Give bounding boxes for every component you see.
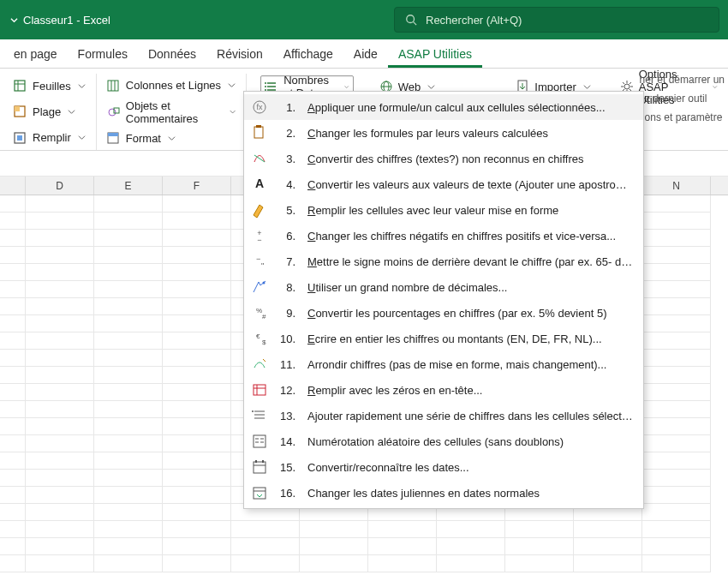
- cell[interactable]: [26, 195, 94, 213]
- menu-item-6[interactable]: +−6.Changer les chiffres négatifs en chi…: [244, 223, 643, 249]
- menu-item-16[interactable]: 16.Changer les dates juliennes en dates …: [244, 480, 643, 506]
- cell[interactable]: [94, 418, 163, 435]
- cell[interactable]: [163, 487, 231, 504]
- cell[interactable]: [642, 350, 711, 367]
- cell[interactable]: [0, 384, 26, 401]
- menu-item-11[interactable]: 11.Arrondir chiffres (pas de mise en for…: [244, 351, 643, 377]
- cell[interactable]: [0, 213, 26, 230]
- cell[interactable]: [26, 315, 94, 332]
- menu-item-4[interactable]: A4.Convertir les valeurs aux valeurs de …: [244, 171, 643, 197]
- cell[interactable]: [26, 298, 94, 315]
- menu-item-15[interactable]: 15.Convertir/reconnaître les dates...: [244, 454, 643, 480]
- cell[interactable]: [163, 401, 231, 418]
- menu-item-7[interactable]: −"7.Mettre le signe moins de derrière de…: [244, 249, 643, 274]
- search-input[interactable]: Rechercher (Alt+Q): [394, 7, 719, 33]
- cell[interactable]: [642, 418, 711, 435]
- menu-item-1[interactable]: fx1.Appliquer une formule/un calcul aux …: [244, 94, 643, 120]
- cell[interactable]: [163, 452, 231, 470]
- cell[interactable]: [26, 247, 94, 264]
- cell[interactable]: [94, 555, 163, 572]
- cell[interactable]: [163, 384, 231, 401]
- cell[interactable]: [505, 538, 574, 555]
- menu-item-12[interactable]: 12.Remplir avec les zéros en en-tête...: [244, 377, 643, 403]
- column-header-f[interactable]: F: [163, 177, 231, 195]
- cell[interactable]: [94, 452, 163, 470]
- cell[interactable]: [94, 401, 163, 418]
- cell[interactable]: [163, 538, 231, 555]
- cell[interactable]: [163, 555, 231, 572]
- cell[interactable]: [0, 230, 26, 247]
- cell[interactable]: [642, 332, 711, 350]
- plage-button[interactable]: Plage: [10, 101, 89, 122]
- cell[interactable]: [0, 195, 26, 213]
- cell[interactable]: [505, 521, 574, 538]
- cell[interactable]: [163, 213, 231, 230]
- cell[interactable]: [163, 298, 231, 315]
- cell[interactable]: [94, 298, 163, 315]
- cell[interactable]: [26, 452, 94, 470]
- tab-page-layout[interactable]: en page: [3, 47, 68, 68]
- cell[interactable]: [163, 470, 231, 487]
- cell[interactable]: [163, 418, 231, 435]
- menu-item-3[interactable]: 3.Convertir des chiffres (textes?) non r…: [244, 146, 643, 171]
- cell[interactable]: [26, 384, 94, 401]
- menu-item-8[interactable]: 8.Utiliser un grand nombre de décimales.…: [244, 274, 643, 300]
- cell[interactable]: [94, 538, 163, 555]
- cell[interactable]: [574, 555, 642, 572]
- menu-item-14[interactable]: 14.Numérotation aléatoire des cellules (…: [244, 428, 643, 454]
- cell[interactable]: [163, 281, 231, 298]
- format-button[interactable]: Format: [104, 129, 239, 149]
- cell[interactable]: [368, 538, 437, 555]
- cell[interactable]: [163, 521, 231, 538]
- cell[interactable]: [0, 264, 26, 281]
- cell[interactable]: [642, 213, 711, 230]
- cell[interactable]: [0, 452, 26, 470]
- cell[interactable]: [231, 538, 300, 555]
- cell[interactable]: [505, 555, 574, 572]
- cell[interactable]: [163, 315, 231, 332]
- column-header[interactable]: [0, 177, 26, 195]
- cell[interactable]: [300, 521, 368, 538]
- cell[interactable]: [368, 521, 437, 538]
- cell[interactable]: [0, 281, 26, 298]
- cell[interactable]: [94, 384, 163, 401]
- cell[interactable]: [642, 401, 711, 418]
- cell[interactable]: [163, 367, 231, 384]
- chevron-down-icon[interactable]: [10, 16, 18, 24]
- menu-item-9[interactable]: %#9.Convertir les pourcentages en chiffr…: [244, 300, 643, 326]
- cell[interactable]: [163, 230, 231, 247]
- cell[interactable]: [642, 298, 711, 315]
- cell[interactable]: [26, 213, 94, 230]
- cell[interactable]: [94, 213, 163, 230]
- tab-aide[interactable]: Aide: [343, 47, 388, 68]
- cell[interactable]: [163, 332, 231, 350]
- remplir-button[interactable]: Remplir: [10, 128, 89, 148]
- cell[interactable]: [94, 367, 163, 384]
- tab-revision[interactable]: Révision: [206, 47, 273, 68]
- tab-affichage[interactable]: Affichage: [273, 47, 343, 68]
- cell[interactable]: [642, 435, 711, 452]
- cell[interactable]: [642, 230, 711, 247]
- cell[interactable]: [94, 315, 163, 332]
- cell[interactable]: [26, 470, 94, 487]
- cell[interactable]: [0, 247, 26, 264]
- cell[interactable]: [94, 521, 163, 538]
- cell[interactable]: [0, 332, 26, 350]
- cell[interactable]: [0, 435, 26, 452]
- cell[interactable]: [163, 264, 231, 281]
- cell[interactable]: [437, 521, 505, 538]
- cell[interactable]: [0, 401, 26, 418]
- cell[interactable]: [642, 247, 711, 264]
- menu-item-5[interactable]: 5.Remplir les cellules avec leur valeur …: [244, 197, 643, 223]
- tab-asap-utilities[interactable]: ASAP Utilities: [388, 47, 482, 68]
- cell[interactable]: [0, 504, 26, 521]
- cell[interactable]: [642, 538, 711, 555]
- cell[interactable]: [26, 281, 94, 298]
- cell[interactable]: [163, 435, 231, 452]
- cell[interactable]: [642, 470, 711, 487]
- cell[interactable]: [574, 521, 642, 538]
- cell[interactable]: [94, 487, 163, 504]
- cell[interactable]: [642, 504, 711, 521]
- tab-donnees[interactable]: Données: [138, 47, 206, 68]
- menu-item-13[interactable]: 13.Ajouter rapidement une série de chiff…: [244, 403, 643, 428]
